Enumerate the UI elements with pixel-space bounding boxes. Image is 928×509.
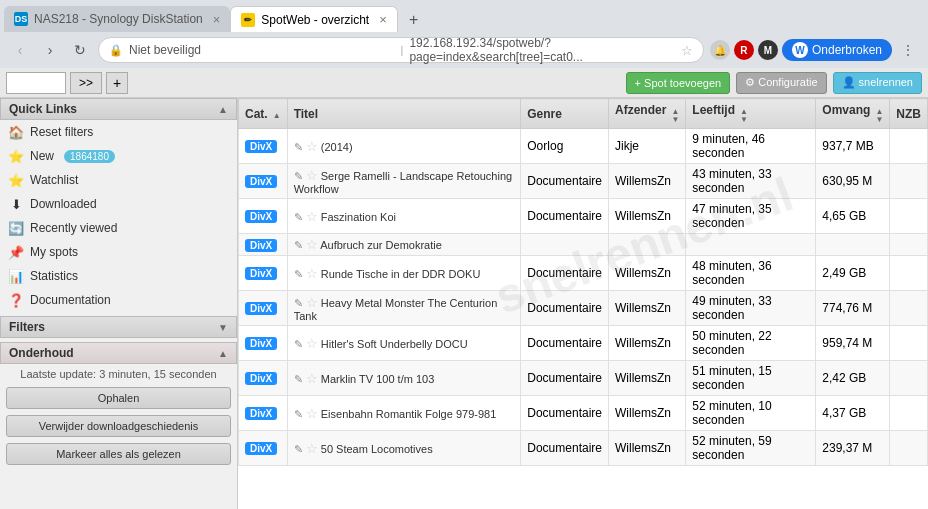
favorite-icon[interactable]: ☆ xyxy=(306,336,318,351)
url-text: 192.168.192.34/spotweb/?page=index&searc… xyxy=(409,36,675,64)
sidebar-item-downloaded[interactable]: ⬇ Downloaded xyxy=(0,192,237,216)
edit-icon[interactable]: ✎ xyxy=(294,141,303,153)
bookmark-icon[interactable]: ☆ xyxy=(681,43,693,58)
cell-cat: DivX xyxy=(239,361,288,396)
table-body: DivX ✎ ☆ (2014) Oorlog Jikje 9 minuten, … xyxy=(239,129,928,466)
cell-titel: ✎ ☆ Faszination Koi xyxy=(287,199,521,234)
table-row: DivX ✎ ☆ Serge Ramelli - Landscape Retou… xyxy=(239,164,928,199)
filters-arrow[interactable]: ▼ xyxy=(218,322,228,333)
spot-toevoegen-button[interactable]: + Spot toevoegen xyxy=(626,72,731,94)
afzender-text: WillemsZn xyxy=(615,301,671,315)
title-text[interactable]: Heavy Metal Monster The Centurion Tank xyxy=(294,297,498,322)
arrows-button[interactable]: >> xyxy=(70,72,102,94)
cell-genre: Documentaire xyxy=(521,256,609,291)
tab-spotweb-close[interactable]: × xyxy=(379,12,387,27)
cell-genre: Documentaire xyxy=(521,361,609,396)
category-badge[interactable]: DivX xyxy=(245,372,277,385)
forward-button[interactable]: › xyxy=(38,38,62,62)
cell-cat: DivX xyxy=(239,396,288,431)
favorite-icon[interactable]: ☆ xyxy=(306,237,318,252)
category-badge[interactable]: DivX xyxy=(245,210,277,223)
col-cat: Cat. ▲ xyxy=(239,99,288,129)
tab-dsm-close[interactable]: × xyxy=(213,12,221,27)
title-text[interactable]: Serge Ramelli - Landscape Retouching Wor… xyxy=(294,170,513,195)
edit-icon[interactable]: ✎ xyxy=(294,338,303,350)
category-badge[interactable]: DivX xyxy=(245,267,277,280)
edit-icon[interactable]: ✎ xyxy=(294,211,303,223)
category-badge[interactable]: DivX xyxy=(245,140,277,153)
extension-icon-3[interactable]: M xyxy=(758,40,778,60)
favorite-icon[interactable]: ☆ xyxy=(306,441,318,456)
omvang-sort[interactable]: ▲▼ xyxy=(875,108,883,124)
cell-nzb xyxy=(890,431,928,466)
category-badge[interactable]: DivX xyxy=(245,407,277,420)
configuratie-button[interactable]: ⚙ Configuratie xyxy=(736,72,826,94)
favorite-icon[interactable]: ☆ xyxy=(306,209,318,224)
edit-icon[interactable]: ✎ xyxy=(294,268,303,280)
my-spots-icon: 📌 xyxy=(8,244,24,260)
title-text[interactable]: Faszination Koi xyxy=(321,211,396,223)
address-input[interactable]: 🔒 Niet beveiligd | 192.168.192.34/spotwe… xyxy=(98,37,704,63)
favorite-icon[interactable]: ☆ xyxy=(306,168,318,183)
cell-genre xyxy=(521,234,609,256)
plus-button[interactable]: + xyxy=(106,72,128,94)
sidebar-item-documentation[interactable]: ❓ Documentation xyxy=(0,288,237,312)
category-badge[interactable]: DivX xyxy=(245,302,277,315)
leeftijd-sort[interactable]: ▲▼ xyxy=(740,108,748,124)
sidebar-item-recently-viewed[interactable]: 🔄 Recently viewed xyxy=(0,216,237,240)
browser-menu-button[interactable]: ⋮ xyxy=(896,38,920,62)
edit-icon[interactable]: ✎ xyxy=(294,373,303,385)
category-badge[interactable]: DivX xyxy=(245,337,277,350)
favorite-icon[interactable]: ☆ xyxy=(306,406,318,421)
profile-button[interactable]: W Onderbroken xyxy=(782,39,892,61)
title-text[interactable]: Marklin TV 100 t/m 103 xyxy=(321,373,435,385)
title-text[interactable]: Hitler's Soft Underbelly DOCU xyxy=(321,338,468,350)
sidebar-item-statistics[interactable]: 📊 Statistics xyxy=(0,264,237,288)
snelrennen-button[interactable]: 👤 snelrennen xyxy=(833,72,923,94)
extension-icon-1[interactable]: 🔔 xyxy=(710,40,730,60)
extension-icon-2[interactable]: R xyxy=(734,40,754,60)
category-badge[interactable]: DivX xyxy=(245,442,277,455)
tab-spotweb[interactable]: ✏ SpotWeb - overzicht × xyxy=(230,6,397,32)
leeftijd-text: 43 minuten, 33 seconden xyxy=(692,167,771,195)
cell-titel: ✎ ☆ (2014) xyxy=(287,129,521,164)
sidebar-item-my-spots[interactable]: 📌 My spots xyxy=(0,240,237,264)
favorite-icon[interactable]: ☆ xyxy=(306,266,318,281)
cell-cat: DivX xyxy=(239,256,288,291)
reload-button[interactable]: ↻ xyxy=(68,38,92,62)
favorite-icon[interactable]: ☆ xyxy=(306,139,318,154)
cell-nzb xyxy=(890,129,928,164)
afzender-text: WillemsZn xyxy=(615,406,671,420)
sidebar-item-reset-filters[interactable]: 🏠 Reset filters xyxy=(0,120,237,144)
title-text[interactable]: (2014) xyxy=(321,141,353,153)
edit-icon[interactable]: ✎ xyxy=(294,239,303,251)
sidebar-item-watchlist[interactable]: ⭐ Watchlist xyxy=(0,168,237,192)
edit-icon[interactable]: ✎ xyxy=(294,297,303,309)
ophalen-button[interactable]: Ophalen xyxy=(6,387,231,409)
favorite-icon[interactable]: ☆ xyxy=(306,371,318,386)
title-text[interactable]: Eisenbahn Romantik Folge 979-981 xyxy=(321,408,497,420)
quick-links-arrow[interactable]: ▲ xyxy=(218,104,228,115)
title-text[interactable]: 50 Steam Locomotives xyxy=(321,443,433,455)
search-input[interactable] xyxy=(6,72,66,94)
verwijder-button[interactable]: Verwijder downloadgeschiedenis xyxy=(6,415,231,437)
edit-icon[interactable]: ✎ xyxy=(294,170,303,182)
my-spots-label: My spots xyxy=(30,245,78,259)
category-badge[interactable]: DivX xyxy=(245,175,277,188)
watchlist-label: Watchlist xyxy=(30,173,78,187)
sidebar-item-new[interactable]: ⭐ New 1864180 xyxy=(0,144,237,168)
edit-icon[interactable]: ✎ xyxy=(294,443,303,455)
new-tab-button[interactable]: + xyxy=(402,8,426,32)
tab-dsm[interactable]: DS NAS218 - Synology DiskStation × xyxy=(4,6,230,32)
favorite-icon[interactable]: ☆ xyxy=(306,295,318,310)
markeer-button[interactable]: Markeer alles als gelezen xyxy=(6,443,231,465)
edit-icon[interactable]: ✎ xyxy=(294,408,303,420)
back-button[interactable]: ‹ xyxy=(8,38,32,62)
cell-nzb xyxy=(890,396,928,431)
cat-sort[interactable]: ▲ xyxy=(273,112,281,120)
afzender-sort[interactable]: ▲▼ xyxy=(671,108,679,124)
title-text[interactable]: Runde Tische in der DDR DOKU xyxy=(321,268,481,280)
onderhoud-arrow[interactable]: ▲ xyxy=(218,348,228,359)
title-text[interactable]: Aufbruch zur Demokratie xyxy=(320,239,442,251)
category-badge[interactable]: DivX xyxy=(245,239,277,252)
